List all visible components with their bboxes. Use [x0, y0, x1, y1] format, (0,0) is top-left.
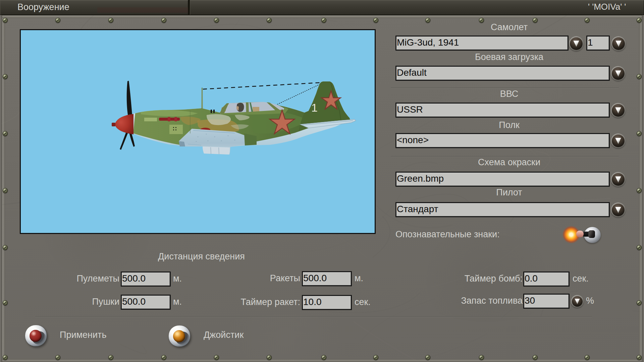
svg-text:1: 1 [311, 101, 318, 114]
